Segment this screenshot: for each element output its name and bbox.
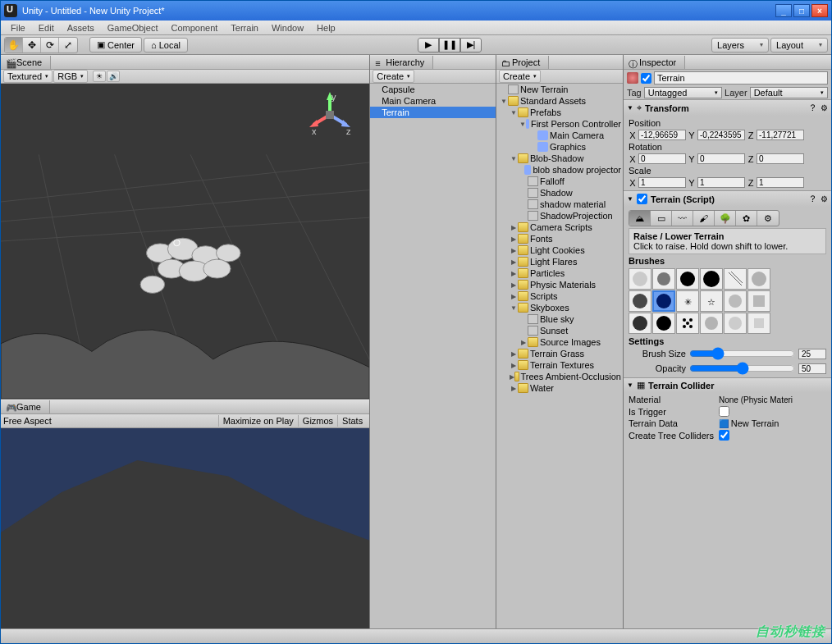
brush-item[interactable] (652, 268, 675, 290)
game-tab[interactable]: 🎮 Game (1, 400, 50, 413)
project-tree-item[interactable]: ShadowProjection (496, 210, 623, 222)
foldout-icon[interactable]: ▶ (510, 350, 518, 358)
scene-audio-toggle[interactable]: 🔊 (107, 71, 120, 82)
project-tree-item[interactable]: Blue sky (496, 313, 623, 325)
project-tree[interactable]: New Terrain▼Standard Assets▼Prefabs▼Firs… (496, 84, 623, 628)
paint-details-tool[interactable]: ✿ (736, 211, 757, 226)
foldout-icon[interactable]: ▼ (519, 121, 526, 128)
minimize-button[interactable]: _ (775, 4, 792, 17)
raise-lower-tool[interactable]: ⛰ (629, 211, 651, 226)
foldout-icon[interactable]: ▶ (510, 224, 518, 231)
foldout-icon[interactable]: ▶ (510, 235, 518, 243)
project-tree-item[interactable]: ▶Physic Materials (496, 279, 623, 290)
maximize-button[interactable]: □ (793, 4, 810, 17)
close-button[interactable]: × (811, 4, 828, 17)
project-tree-item[interactable]: ▶Trees Ambient-Occlusion (496, 371, 623, 382)
material-field[interactable]: None (Physic Materi (719, 395, 826, 404)
hierarchy-list[interactable]: Capsule Main Camera Terrain (370, 84, 496, 628)
foldout-icon[interactable]: ▶ (510, 385, 518, 392)
rotation-z-input[interactable] (757, 153, 804, 164)
create-tree-checkbox[interactable] (719, 430, 729, 441)
scale-tool-button[interactable]: ⤢ (59, 38, 77, 53)
move-tool-button[interactable]: ✥ (23, 38, 41, 53)
gameobject-active-checkbox[interactable] (641, 73, 651, 84)
position-x-input[interactable] (638, 130, 686, 140)
component-help-icon[interactable]: ？ (808, 193, 817, 205)
project-tree-item[interactable]: Main Camera (496, 130, 623, 141)
scene-tab[interactable]: 🎬 Scene (1, 56, 51, 69)
brush-size-value[interactable]: 25 (798, 349, 826, 359)
menu-help[interactable]: Help (310, 21, 342, 34)
maximize-on-play-toggle[interactable]: Maximize on Play (218, 415, 298, 427)
menu-gameobject[interactable]: GameObject (101, 21, 165, 34)
project-tree-item[interactable]: ▶Fonts (496, 233, 623, 244)
collider-foldout-icon[interactable]: ▼ (627, 381, 633, 389)
project-create-dropdown[interactable]: Create (499, 70, 541, 83)
brush-item[interactable] (652, 290, 675, 312)
brush-item[interactable] (629, 268, 651, 290)
scale-x-input[interactable] (638, 177, 686, 188)
pause-button[interactable]: ❚❚ (439, 38, 460, 53)
foldout-icon[interactable]: ▼ (510, 155, 518, 162)
foldout-icon[interactable]: ▶ (510, 247, 518, 254)
brush-item[interactable] (700, 313, 723, 334)
scene-light-toggle[interactable]: ☀ (93, 71, 106, 82)
brush-item[interactable] (724, 268, 747, 290)
paint-texture-tool[interactable]: 🖌 (693, 211, 715, 226)
foldout-icon[interactable]: ▼ (500, 98, 508, 105)
pivot-toggle[interactable]: ▣Center (89, 37, 142, 53)
project-tree-item[interactable]: ▶Light Flares (496, 256, 623, 267)
rotation-x-input[interactable] (638, 153, 686, 164)
place-trees-tool[interactable]: 🌳 (715, 211, 736, 226)
project-tree-item[interactable]: ▼Skyboxes (496, 302, 623, 313)
scene-view[interactable]: x y z (1, 84, 369, 399)
gameobject-name-input[interactable] (654, 71, 828, 84)
play-button[interactable]: ▶ (418, 38, 439, 53)
brush-item[interactable] (629, 290, 651, 312)
foldout-icon[interactable]: ▼ (510, 304, 518, 312)
brush-item[interactable]: ☆ (700, 290, 723, 312)
foldout-icon[interactable]: ▶ (510, 362, 518, 369)
scale-y-input[interactable] (697, 177, 745, 188)
project-tree-item[interactable]: ▶Terrain Textures (496, 359, 623, 371)
brush-item[interactable] (700, 268, 723, 290)
rotate-tool-button[interactable]: ⟳ (41, 38, 59, 53)
hierarchy-tab[interactable]: ≡ Hierarchy (370, 56, 433, 69)
project-tree-item[interactable]: ▼Blob-Shadow (496, 153, 623, 164)
project-tree-item[interactable]: ▶Scripts (496, 290, 623, 302)
gizmos-toggle[interactable]: Gizmos (298, 415, 337, 427)
project-tree-item[interactable]: ▶Camera Scripts (496, 222, 623, 233)
project-tree-item[interactable]: Falloff (496, 176, 623, 187)
is-trigger-checkbox[interactable] (719, 406, 729, 417)
stats-toggle[interactable]: Stats (337, 415, 367, 427)
terrain-settings-tool[interactable]: ⚙ (757, 211, 779, 226)
project-tree-item[interactable]: Graphics (496, 141, 623, 153)
component-help-icon[interactable]: ？ (808, 102, 817, 114)
foldout-icon[interactable]: ▶ (510, 270, 518, 277)
scene-render-dropdown[interactable]: RGB (53, 70, 88, 83)
foldout-icon[interactable]: ▶ (510, 293, 518, 300)
layers-dropdown[interactable]: Layers (711, 38, 769, 53)
foldout-icon[interactable]: ▶ (510, 258, 518, 266)
position-y-input[interactable] (697, 130, 745, 140)
project-tree-item[interactable]: blob shadow projector (496, 164, 623, 176)
brush-item[interactable] (629, 313, 651, 334)
project-tree-item[interactable]: ▼Prefabs (496, 107, 623, 118)
terrain-enabled-checkbox[interactable] (637, 194, 647, 204)
inspector-tab[interactable]: ⓘ Inspector (624, 56, 685, 69)
project-tree-item[interactable]: Shadow (496, 187, 623, 199)
rotation-y-input[interactable] (697, 153, 745, 164)
project-tab[interactable]: 🗀 Project (496, 56, 549, 69)
menu-file[interactable]: File (4, 21, 32, 34)
menu-terrain[interactable]: Terrain (224, 21, 265, 34)
brush-item[interactable] (724, 313, 747, 334)
foldout-icon[interactable]: ▶ (510, 281, 518, 289)
terrain-data-field[interactable]: 🟦 New Terrain (719, 418, 826, 428)
scene-shading-dropdown[interactable]: Textured (3, 70, 53, 83)
project-tree-item[interactable]: ▼Standard Assets (496, 95, 623, 107)
set-height-tool[interactable]: ▭ (651, 211, 672, 226)
brush-item[interactable] (747, 290, 770, 312)
opacity-slider[interactable] (689, 362, 795, 375)
project-tree-item[interactable]: shadow material (496, 199, 623, 210)
hierarchy-item[interactable]: Terrain (370, 107, 496, 118)
